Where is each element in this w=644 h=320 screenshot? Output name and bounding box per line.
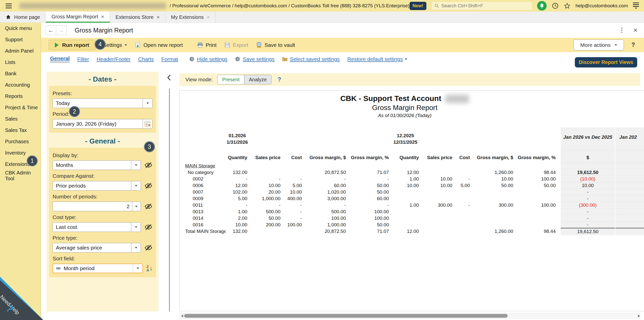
tab-general[interactable]: General [50, 55, 70, 63]
need-help-corner[interactable]: Need Help ? [0, 277, 43, 320]
scroll-right-arrow[interactable] [635, 314, 640, 317]
close-tab-icon[interactable]: × [101, 14, 104, 20]
horizontal-scrollbar[interactable] [179, 313, 640, 319]
compare-against-select[interactable]: Prior periods [53, 181, 141, 191]
comparison-value-2 [615, 221, 644, 228]
tab-header-footer[interactable]: Header/Footer [97, 56, 131, 62]
cell-value: - [454, 175, 471, 182]
back-button[interactable]: ← [46, 25, 56, 35]
cost-type-select[interactable]: Last cost [53, 222, 141, 232]
sidebar-item-purchases[interactable]: Purchases [0, 136, 41, 147]
tab-gross-margin-report[interactable]: Gross Margin Report × [46, 12, 110, 23]
tab-filter[interactable]: Filter [77, 56, 89, 62]
search-input[interactable] [441, 3, 529, 9]
hidden-eye-icon[interactable] [144, 182, 152, 190]
tab-home-page[interactable]: Home page [0, 12, 46, 23]
sidebar-item-cbk-admin-tool[interactable]: CBK Admin Tool [0, 170, 41, 181]
tab-format[interactable]: Format [161, 56, 178, 62]
panel-splitter[interactable] [169, 89, 170, 311]
dropdown-arrow-button[interactable] [132, 202, 141, 211]
more-actions-button[interactable]: More actions [574, 40, 624, 50]
cell-value [282, 163, 303, 169]
kebab-icon[interactable] [621, 28, 622, 33]
cell-value: 10.00 [471, 175, 515, 182]
select-saved-settings-link[interactable]: Select saved settings [282, 56, 340, 62]
tab-charts[interactable]: Charts [138, 56, 154, 62]
new-badge[interactable]: New! [410, 2, 426, 10]
sidebar-item-project-time[interactable]: Project & Time [0, 102, 41, 113]
hidden-eye-icon[interactable] [144, 202, 152, 210]
run-report-button[interactable]: Run report [49, 40, 95, 50]
view-mode-help[interactable]: ? [277, 76, 281, 83]
tab-my-extensions[interactable]: My Extensions × [166, 12, 216, 23]
favorites-icon[interactable] [564, 3, 571, 9]
hide-settings-link[interactable]: Hide settings [189, 56, 227, 62]
tab-extensions-store[interactable]: Extensions Store × [110, 12, 165, 23]
hidden-eye-icon[interactable] [144, 223, 152, 231]
price-type-select[interactable]: Average sales price [53, 243, 141, 253]
forward-button[interactable]: → [56, 25, 67, 35]
save-to-vault-button[interactable]: Save to vault [256, 42, 295, 48]
number-of-periods-input[interactable] [53, 203, 132, 209]
report-header: CBK - Support Test Account Gross Margin … [180, 91, 630, 118]
help-email[interactable]: help@custombooks.com [576, 3, 628, 9]
sidebar-item-reports[interactable]: Reports [0, 91, 41, 102]
toolbar-help-button[interactable]: ? [631, 42, 635, 48]
dropdown-arrow-button[interactable] [131, 161, 141, 170]
cell-value: 100.00 [347, 215, 390, 221]
search-box[interactable] [431, 2, 532, 10]
close-tab-icon[interactable]: × [157, 14, 160, 20]
period-date-input[interactable]: January 30, 2026 (Friday) [53, 119, 152, 129]
sidebar-item-accounting[interactable]: Accounting [0, 79, 41, 91]
view-mode-analyze[interactable]: Analyze [244, 75, 271, 84]
print-button[interactable]: Print [197, 42, 217, 48]
sort-descending-icon[interactable]: ZA ↓ [146, 265, 152, 272]
dropdown-arrow-button[interactable] [131, 243, 141, 252]
notifications-icon[interactable] [537, 1, 547, 11]
save-settings-link[interactable]: Save settings [235, 56, 274, 62]
display-by-select[interactable]: Months [53, 160, 141, 170]
cell-value [471, 163, 515, 169]
scrollbar-thumb[interactable] [184, 314, 508, 318]
settings-menu-button[interactable]: Settings [103, 42, 127, 48]
dropdown-arrow-button[interactable] [131, 223, 141, 232]
history-icon[interactable] [552, 2, 559, 9]
sidebar-item-admin-panel[interactable]: Admin Panel [0, 45, 41, 57]
account-menu-icon[interactable] [633, 3, 639, 9]
sidebar-item-quick-menu[interactable]: Quick menu [0, 23, 41, 34]
sidebar-item-support[interactable]: Support [0, 34, 41, 45]
sidebar-item-sales[interactable]: Sales [0, 113, 41, 125]
close-icon[interactable]: × [633, 26, 637, 34]
sidebar-item-lists[interactable]: Lists [0, 57, 41, 68]
sort-field-select[interactable]: Month period [53, 264, 143, 273]
cell-value: 2.00 [226, 215, 249, 221]
cell-value [390, 195, 420, 202]
dropdown-arrow-button[interactable] [133, 264, 142, 273]
cell-value: - [282, 175, 303, 182]
hamburger-icon[interactable] [6, 4, 12, 8]
comparison-value-2 [615, 169, 644, 175]
number-of-periods-field[interactable] [53, 202, 141, 211]
cell-value: 20,872.50 [303, 169, 347, 175]
collapse-icon [167, 74, 171, 81]
presets-select[interactable]: Today [53, 98, 152, 108]
dropdown-arrow-button[interactable] [131, 181, 141, 190]
scroll-left-arrow[interactable] [180, 314, 185, 317]
export-button[interactable]: Export [224, 42, 248, 48]
calendar-picker-button[interactable] [143, 119, 152, 128]
dropdown-arrow-button[interactable] [143, 99, 152, 108]
sidebar-item-bank[interactable]: Bank [0, 68, 41, 79]
hidden-eye-icon[interactable] [144, 161, 152, 169]
hidden-eye-icon[interactable] [144, 244, 152, 252]
discover-report-views-button[interactable]: Discover Report Views [575, 57, 637, 67]
collapse-panel-button[interactable] [167, 74, 171, 82]
restore-default-settings-link[interactable]: Restore default settings [347, 56, 408, 62]
cell-value: 10.00 [420, 182, 454, 189]
presets-label: Presets: [53, 90, 152, 96]
open-new-report-button[interactable]: Open new report [135, 42, 183, 48]
comparison-header-2: Jan 202 [615, 127, 644, 151]
view-mode-present[interactable]: Present [218, 75, 244, 84]
sidebar-item-sales-tax[interactable]: Sales Tax [0, 125, 41, 136]
close-tab-icon[interactable]: × [207, 14, 210, 20]
table-row: 0007102.0020.0010.001,020.0050.00- [184, 189, 644, 195]
